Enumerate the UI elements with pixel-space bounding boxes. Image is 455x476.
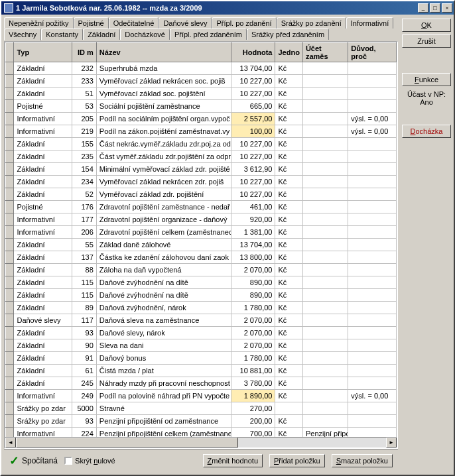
cell-ucet[interactable]: Penzijní připoji xyxy=(302,428,348,438)
cell-duvod[interactable] xyxy=(348,415,397,428)
cell-id[interactable]: 206 xyxy=(72,226,96,239)
cell-ucet[interactable] xyxy=(302,88,348,100)
table-row[interactable]: Základní88Záloha na daň vypočtená2 070,0… xyxy=(6,264,397,276)
cell-jednotka[interactable]: Kč xyxy=(275,100,302,113)
cell-typ[interactable]: Základní xyxy=(14,251,72,264)
row-header[interactable] xyxy=(6,352,14,365)
table-row[interactable]: Základní52Vyměřovací základ zdr. pojiště… xyxy=(6,188,397,201)
cell-id[interactable]: 233 xyxy=(72,75,96,88)
row-header[interactable] xyxy=(6,62,14,75)
cell-duvod[interactable] xyxy=(348,428,397,438)
table-row[interactable]: Základní55Základ daně zálohové13 704,00K… xyxy=(6,239,397,251)
cell-nazev[interactable]: Penzijní připojištění od zaměstnance xyxy=(96,415,231,428)
cell-hodnota[interactable]: 1 780,00 xyxy=(231,352,275,365)
cell-nazev[interactable]: Základ daně zálohové xyxy=(96,239,231,251)
cell-typ[interactable]: Srážky po zdar xyxy=(14,415,72,428)
row-header[interactable] xyxy=(6,390,14,402)
scroll-thumb[interactable] xyxy=(16,438,238,447)
table-row[interactable]: Základní155Část nekrác.vyměř.základu zdr… xyxy=(6,138,397,150)
cell-typ[interactable]: Informativní xyxy=(14,390,72,402)
cell-hodnota[interactable]: 10 881,00 xyxy=(231,365,275,377)
cell-ucet[interactable] xyxy=(302,327,348,339)
cell-hodnota[interactable]: 10 227,00 xyxy=(231,138,275,150)
cell-typ[interactable]: Daňové slevy xyxy=(14,314,72,327)
table-row[interactable]: Základní154Minimální vyměřovací základ z… xyxy=(6,163,397,176)
cell-nazev[interactable]: Penzijní připojištění celkem (zaměstnane xyxy=(96,428,231,438)
cell-hodnota[interactable]: 270,00 xyxy=(231,402,275,415)
cell-ucet[interactable] xyxy=(302,352,348,365)
cell-ucet[interactable] xyxy=(302,188,348,201)
cell-jednotka[interactable]: Kč xyxy=(275,150,302,163)
tab-z-kladn-[interactable]: Základní xyxy=(83,29,120,40)
cell-jednotka[interactable]: Kč xyxy=(275,314,302,327)
tab-sr-ky-p-ed-zdan-n-m[interactable]: Srážky před zdaněním xyxy=(247,29,329,40)
cell-id[interactable]: 89 xyxy=(72,302,96,314)
row-header[interactable] xyxy=(6,276,14,289)
cell-nazev[interactable]: Daňové zvýhodnění na dítě xyxy=(96,289,231,302)
cell-nazev[interactable]: Vyměřovací základ nekrácen zdr. pojiš xyxy=(96,176,231,188)
table-row[interactable]: Základní233Vyměřovací základ nekrácen so… xyxy=(6,75,397,88)
cell-typ[interactable]: Informativní xyxy=(14,428,72,438)
cell-nazev[interactable]: Podíl na sociálním pojištění organ.vypoč xyxy=(96,113,231,125)
cell-nazev[interactable]: Daňové zvýhodnění na dítě xyxy=(96,276,231,289)
cell-jednotka[interactable]: Kč xyxy=(275,302,302,314)
cell-jednotka[interactable]: Kč xyxy=(275,327,302,339)
row-header[interactable] xyxy=(6,264,14,276)
row-header[interactable] xyxy=(6,251,14,264)
tab-da-ov-slevy[interactable]: Daňové slevy xyxy=(159,17,212,29)
cell-duvod[interactable] xyxy=(348,264,397,276)
table-row[interactable]: Základní234Vyměřovací základ nekrácen zd… xyxy=(6,176,397,188)
add-item-button[interactable]: Přidat položku xyxy=(269,454,325,467)
row-header[interactable] xyxy=(6,415,14,428)
cell-id[interactable]: 117 xyxy=(72,314,96,327)
cell-jednotka[interactable]: Kč xyxy=(275,176,302,188)
row-header[interactable] xyxy=(6,150,14,163)
cell-ucet[interactable] xyxy=(302,75,348,88)
table-row[interactable]: Základní115Daňové zvýhodnění na dítě890,… xyxy=(6,289,397,302)
cell-duvod[interactable] xyxy=(348,201,397,213)
cell-nazev[interactable]: Sleva na dani xyxy=(96,339,231,352)
change-value-button[interactable]: Změnit hodnotu xyxy=(203,454,263,467)
cell-id[interactable]: 232 xyxy=(72,62,96,75)
cell-hodnota[interactable]: 13 704,00 xyxy=(231,62,275,75)
cell-nazev[interactable]: Podíl na zákon.pojištění zaměstnavat.vy xyxy=(96,125,231,138)
cell-hodnota[interactable]: 10 227,00 xyxy=(231,150,275,163)
cell-jednotka[interactable]: Kč xyxy=(275,113,302,125)
cell-typ[interactable]: Základní xyxy=(14,339,72,352)
cell-duvod[interactable] xyxy=(348,365,397,377)
cell-id[interactable]: 176 xyxy=(72,201,96,213)
cell-ucet[interactable] xyxy=(302,176,348,188)
cell-typ[interactable]: Základní xyxy=(14,276,72,289)
cell-hodnota[interactable]: 890,00 xyxy=(231,276,275,289)
cell-typ[interactable]: Základní xyxy=(14,352,72,365)
cell-ucet[interactable] xyxy=(302,365,348,377)
row-header[interactable] xyxy=(6,88,14,100)
cell-typ[interactable]: Základní xyxy=(14,377,72,390)
minimize-button[interactable]: _ xyxy=(418,3,428,13)
checkbox-icon[interactable] xyxy=(64,457,72,465)
cell-id[interactable]: 224 xyxy=(72,428,96,438)
table-row[interactable]: Informativní177Zdravotní pojištění organ… xyxy=(6,213,397,226)
cell-id[interactable]: 93 xyxy=(72,415,96,428)
cell-hodnota[interactable]: 10 227,00 xyxy=(231,75,275,88)
maximize-button[interactable]: □ xyxy=(430,3,440,13)
scroll-left-icon[interactable]: ◄ xyxy=(5,438,16,447)
tab-pojistn-[interactable]: Pojistné xyxy=(74,17,109,29)
row-header[interactable] xyxy=(6,226,14,239)
cell-id[interactable]: 5000 xyxy=(72,402,96,415)
cell-jednotka[interactable]: Kč xyxy=(275,62,302,75)
h-scrollbar[interactable]: ◄ ► xyxy=(5,437,397,447)
cell-typ[interactable]: Základní xyxy=(14,264,72,276)
cell-nazev[interactable]: Daňový bonus xyxy=(96,352,231,365)
cell-jednotka[interactable]: Kč xyxy=(275,239,302,251)
table-row[interactable]: Základní51Vyměřovací základ soc. pojiště… xyxy=(6,88,397,100)
row-header[interactable] xyxy=(6,213,14,226)
cell-hodnota[interactable]: 2 070,00 xyxy=(231,264,275,276)
cell-duvod[interactable] xyxy=(348,62,397,75)
col-jednotka[interactable]: Jedno xyxy=(275,43,302,62)
cell-nazev[interactable]: Část vyměř.základu zdr.pojištění za odpr xyxy=(96,150,231,163)
cell-ucet[interactable] xyxy=(302,163,348,176)
cell-ucet[interactable] xyxy=(302,402,348,415)
cell-nazev[interactable]: Zdravotní pojištění organizace - daňový xyxy=(96,213,231,226)
cell-duvod[interactable]: výsl. = 0,00 xyxy=(348,113,397,125)
